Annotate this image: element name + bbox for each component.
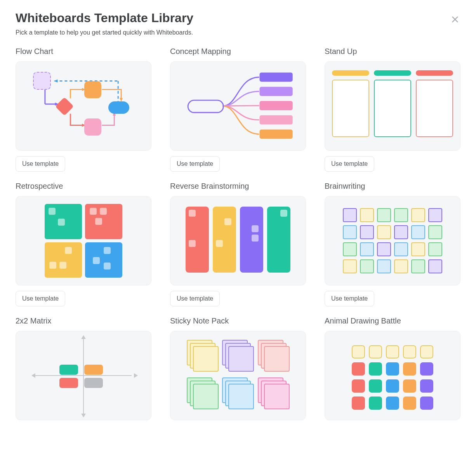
mindmap-diagram-icon: [170, 62, 306, 150]
template-name: Reverse Brainstorming: [170, 182, 306, 191]
color-grid-icon: [352, 345, 433, 410]
close-icon: [451, 15, 459, 24]
brainwriting-grid-icon: [343, 208, 442, 273]
template-concept-mapping: Concept Mapping Use template: [170, 47, 306, 172]
use-template-button[interactable]: Use template: [16, 156, 65, 172]
template-name: Sticky Note Pack: [170, 316, 306, 325]
template-brainwriting: Brainwriting Use template: [325, 182, 460, 306]
svg-rect-4: [260, 115, 293, 125]
end-node-icon: [108, 101, 129, 114]
template-flow-chart: Flow Chart: [16, 47, 151, 172]
template-thumbnail[interactable]: [170, 61, 306, 151]
template-name: Flow Chart: [16, 47, 151, 56]
retro-quadrants-icon: [45, 204, 122, 278]
template-name: 2x2 Matrix: [16, 316, 151, 325]
sticky-stacks-icon: [188, 341, 288, 410]
use-template-button[interactable]: Use template: [325, 156, 374, 172]
template-name: Brainwriting: [325, 182, 460, 191]
use-template-button[interactable]: Use template: [170, 156, 220, 172]
template-thumbnail[interactable]: [16, 61, 151, 151]
svg-rect-3: [260, 101, 293, 110]
template-sticky-note-pack: Sticky Note Pack: [170, 316, 306, 420]
standup-columns-icon: [325, 76, 460, 146]
template-name: Concept Mapping: [170, 47, 306, 56]
template-name: Stand Up: [325, 47, 460, 56]
process-node-icon: [84, 81, 101, 98]
use-template-button[interactable]: Use template: [16, 291, 65, 306]
svg-rect-5: [260, 129, 293, 139]
template-thumbnail[interactable]: [170, 331, 306, 420]
template-thumbnail[interactable]: [16, 196, 151, 285]
svg-rect-0: [188, 100, 223, 113]
template-2x2-matrix: 2x2 Matrix: [16, 316, 151, 420]
template-thumbnail[interactable]: [325, 196, 460, 285]
template-thumbnail[interactable]: [170, 196, 306, 285]
template-grid: Flow Chart: [16, 47, 460, 420]
template-name: Retrospective: [16, 182, 151, 191]
template-reverse-brainstorming: Reverse Brainstorming: [170, 182, 306, 306]
template-name: Animal Drawing Battle: [325, 316, 460, 325]
template-thumbnail[interactable]: [325, 331, 460, 420]
process-node-icon: [84, 118, 101, 136]
svg-rect-1: [260, 73, 293, 82]
page-subtitle: Pick a template to help you get started …: [16, 29, 193, 36]
standup-headers-icon: [325, 62, 460, 76]
close-button[interactable]: [450, 14, 460, 25]
template-retrospective: Retrospective: [16, 182, 151, 306]
dialog-header: Whiteboards Template Library Pick a temp…: [16, 11, 460, 47]
brainstorm-columns-icon: [170, 197, 306, 285]
use-template-button[interactable]: Use template: [170, 291, 220, 306]
template-animal-drawing-battle: Animal Drawing Battle: [325, 316, 460, 420]
page-title: Whiteboards Template Library: [16, 11, 193, 25]
svg-rect-2: [260, 87, 293, 96]
template-thumbnail[interactable]: [325, 61, 460, 151]
template-thumbnail[interactable]: [16, 331, 151, 420]
start-node-icon: [33, 72, 51, 90]
use-template-button[interactable]: Use template: [325, 291, 374, 306]
template-stand-up: Stand Up Use template: [325, 47, 460, 172]
